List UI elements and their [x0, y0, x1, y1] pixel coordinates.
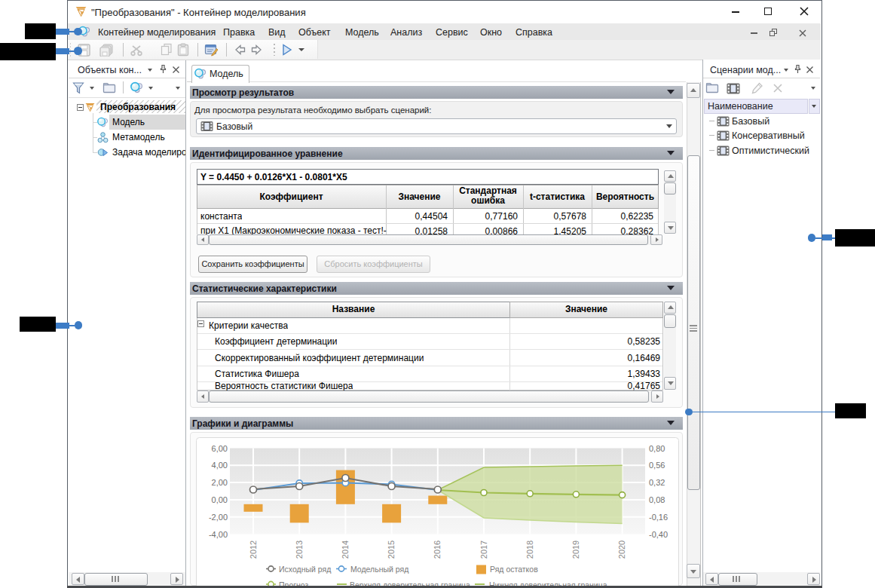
- svg-text:-0,40: -0,40: [649, 530, 668, 539]
- svg-text:-0,16: -0,16: [649, 513, 668, 522]
- svg-text:2012: 2012: [249, 541, 258, 559]
- svg-text:Модельный ряд: Модельный ряд: [350, 565, 408, 574]
- svg-text:2019: 2019: [571, 541, 580, 559]
- svg-text:4,00: 4,00: [212, 461, 228, 470]
- svg-text:2014: 2014: [341, 541, 350, 559]
- svg-text:Ряд остатков: Ряд остатков: [490, 565, 538, 574]
- svg-text:0,00: 0,00: [212, 495, 228, 504]
- svg-text:2015: 2015: [387, 541, 396, 559]
- svg-text:-4,00: -4,00: [209, 530, 228, 539]
- svg-text:2013: 2013: [295, 541, 304, 559]
- svg-text:-2,00: -2,00: [209, 513, 228, 522]
- svg-text:0,32: 0,32: [649, 478, 665, 487]
- svg-text:Исходный ряд: Исходный ряд: [279, 565, 331, 574]
- svg-text:6,00: 6,00: [212, 444, 228, 453]
- svg-text:2020: 2020: [617, 541, 626, 559]
- svg-text:2,00: 2,00: [212, 478, 228, 487]
- svg-text:0,56: 0,56: [649, 461, 665, 470]
- svg-text:2018: 2018: [525, 541, 534, 559]
- svg-text:0,80: 0,80: [649, 444, 665, 453]
- svg-text:2017: 2017: [479, 541, 488, 559]
- svg-text:2016: 2016: [433, 541, 442, 559]
- svg-text:0,08: 0,08: [649, 495, 665, 504]
